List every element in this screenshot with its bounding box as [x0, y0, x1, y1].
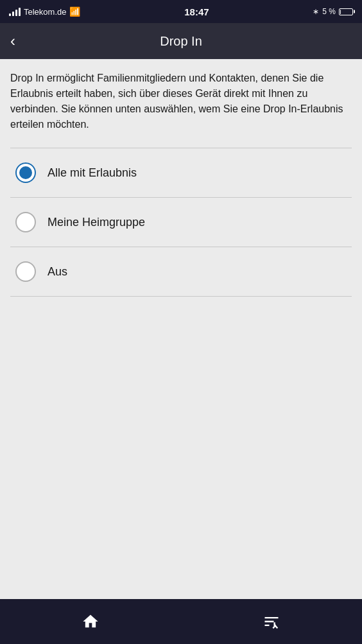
option-alle[interactable]: Alle mit Erlaubnis	[10, 148, 352, 198]
option-aus[interactable]: Aus	[10, 247, 352, 297]
signal-bars-icon	[9, 7, 21, 16]
radio-aus[interactable]	[15, 261, 36, 282]
radio-inner-alle	[19, 166, 32, 179]
status-left: Telekom.de 📶	[9, 6, 80, 17]
carrier-label: Telekom.de	[24, 7, 66, 17]
option-heimgruppe[interactable]: Meine Heimgruppe	[10, 198, 352, 247]
option-aus-label: Aus	[47, 265, 67, 279]
description-text: Drop In ermöglicht Familienmitgliedern u…	[10, 71, 352, 132]
radio-heimgruppe[interactable]	[15, 212, 36, 232]
menu-nav-button[interactable]	[252, 605, 291, 638]
header: ‹ Drop In	[0, 23, 362, 59]
option-heimgruppe-label: Meine Heimgruppe	[47, 216, 145, 229]
option-alle-label: Alle mit Erlaubnis	[47, 166, 137, 180]
back-button[interactable]: ‹	[10, 31, 21, 51]
options-list: Alle mit Erlaubnis Meine Heimgruppe Aus	[10, 148, 352, 297]
header-title: Drop In	[0, 34, 362, 49]
wifi-icon: 📶	[69, 6, 80, 17]
status-bar: Telekom.de 📶 18:47 ∗ 5 %	[0, 0, 362, 23]
radio-alle[interactable]	[15, 162, 36, 183]
bluetooth-icon: ∗	[313, 7, 319, 16]
home-nav-button[interactable]	[71, 605, 110, 638]
home-icon	[82, 613, 99, 631]
status-right: ∗ 5 %	[313, 7, 353, 16]
bottom-nav	[0, 599, 362, 644]
content-area: Drop In ermöglicht Familienmitgliedern u…	[0, 59, 362, 599]
equalizer-icon	[263, 613, 280, 631]
status-time: 18:47	[184, 6, 209, 17]
battery-icon	[339, 8, 353, 15]
battery-percent: 5 %	[322, 7, 336, 16]
